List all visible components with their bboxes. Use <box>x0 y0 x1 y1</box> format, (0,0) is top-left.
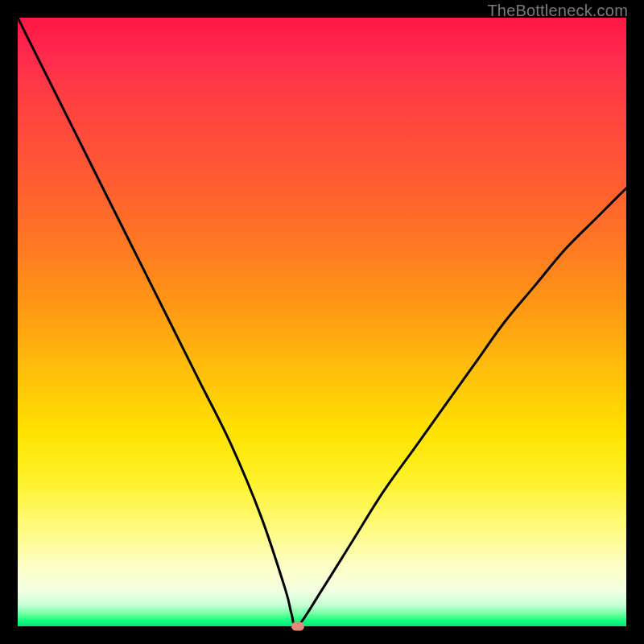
bottleneck-curve <box>18 18 626 626</box>
optimal-point-marker <box>291 622 304 631</box>
chart-frame: TheBottleneck.com <box>0 0 644 644</box>
watermark-text: TheBottleneck.com <box>487 2 628 20</box>
plot-area <box>18 18 626 626</box>
curve-path <box>18 18 626 626</box>
